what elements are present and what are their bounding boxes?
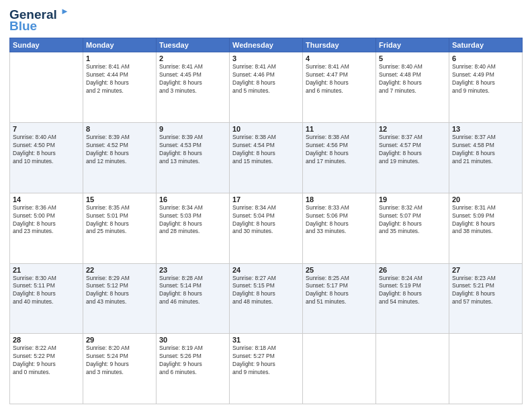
day-number: 14	[13, 195, 80, 203]
day-number: 24	[232, 266, 300, 274]
day-cell	[10, 52, 83, 123]
day-cell: 27Sunrise: 8:23 AMSunset: 5:21 PMDayligh…	[449, 263, 523, 334]
day-info: Sunrise: 8:18 AMSunset: 5:27 PMDaylight:…	[232, 345, 300, 377]
day-cell	[303, 334, 376, 404]
weekday-header-friday: Friday	[376, 38, 449, 52]
day-cell: 25Sunrise: 8:25 AMSunset: 5:17 PMDayligh…	[303, 263, 376, 334]
day-cell: 5Sunrise: 8:40 AMSunset: 4:48 PMDaylight…	[376, 52, 449, 123]
day-info: Sunrise: 8:19 AMSunset: 5:26 PMDaylight:…	[159, 345, 226, 377]
day-info: Sunrise: 8:38 AMSunset: 4:54 PMDaylight:…	[232, 134, 300, 166]
day-cell: 24Sunrise: 8:27 AMSunset: 5:15 PMDayligh…	[230, 263, 303, 334]
day-cell: 20Sunrise: 8:31 AMSunset: 5:09 PMDayligh…	[449, 193, 523, 263]
day-cell: 18Sunrise: 8:33 AMSunset: 5:06 PMDayligh…	[303, 193, 376, 263]
day-info: Sunrise: 8:41 AMSunset: 4:45 PMDaylight:…	[159, 63, 226, 95]
day-number: 18	[306, 195, 373, 203]
day-info: Sunrise: 8:22 AMSunset: 5:22 PMDaylight:…	[13, 345, 80, 377]
day-cell: 6Sunrise: 8:40 AMSunset: 4:49 PMDaylight…	[449, 52, 523, 123]
week-row-5: 28Sunrise: 8:22 AMSunset: 5:22 PMDayligh…	[10, 334, 523, 404]
day-number: 19	[379, 195, 446, 203]
day-info: Sunrise: 8:41 AMSunset: 4:47 PMDaylight:…	[306, 63, 373, 95]
day-number: 28	[13, 336, 80, 344]
day-number: 9	[159, 125, 226, 133]
calendar-table: SundayMondayTuesdayWednesdayThursdayFrid…	[9, 38, 523, 404]
weekday-header-wednesday: Wednesday	[230, 38, 303, 52]
day-cell: 21Sunrise: 8:30 AMSunset: 5:11 PMDayligh…	[10, 263, 83, 334]
weekday-header-thursday: Thursday	[303, 38, 376, 52]
day-cell: 23Sunrise: 8:28 AMSunset: 5:14 PMDayligh…	[157, 263, 230, 334]
day-number: 13	[452, 125, 519, 133]
logo: General ► Blue	[9, 7, 69, 32]
day-info: Sunrise: 8:38 AMSunset: 4:56 PMDaylight:…	[306, 134, 373, 166]
day-number: 29	[86, 336, 153, 344]
day-info: Sunrise: 8:20 AMSunset: 5:24 PMDaylight:…	[86, 345, 153, 377]
day-info: Sunrise: 8:29 AMSunset: 5:12 PMDaylight:…	[86, 275, 153, 307]
weekday-header-tuesday: Tuesday	[157, 38, 230, 52]
day-info: Sunrise: 8:31 AMSunset: 5:09 PMDaylight:…	[452, 204, 519, 236]
day-number: 8	[86, 125, 153, 133]
day-info: Sunrise: 8:34 AMSunset: 5:03 PMDaylight:…	[159, 204, 226, 236]
day-cell: 2Sunrise: 8:41 AMSunset: 4:45 PMDaylight…	[157, 52, 230, 123]
day-cell: 28Sunrise: 8:22 AMSunset: 5:22 PMDayligh…	[10, 334, 83, 404]
day-info: Sunrise: 8:28 AMSunset: 5:14 PMDaylight:…	[159, 275, 226, 307]
day-cell: 14Sunrise: 8:36 AMSunset: 5:00 PMDayligh…	[10, 193, 83, 263]
day-info: Sunrise: 8:37 AMSunset: 4:58 PMDaylight:…	[452, 134, 519, 166]
day-info: Sunrise: 8:25 AMSunset: 5:17 PMDaylight:…	[306, 275, 373, 307]
day-cell: 4Sunrise: 8:41 AMSunset: 4:47 PMDaylight…	[303, 52, 376, 123]
week-row-4: 21Sunrise: 8:30 AMSunset: 5:11 PMDayligh…	[10, 263, 523, 334]
day-cell: 12Sunrise: 8:37 AMSunset: 4:57 PMDayligh…	[376, 123, 449, 193]
day-number: 27	[452, 266, 519, 274]
weekday-header-saturday: Saturday	[449, 38, 523, 52]
day-cell: 10Sunrise: 8:38 AMSunset: 4:54 PMDayligh…	[230, 123, 303, 193]
day-cell	[376, 334, 449, 404]
day-cell: 15Sunrise: 8:35 AMSunset: 5:01 PMDayligh…	[83, 193, 157, 263]
day-number: 11	[306, 125, 373, 133]
day-number: 20	[452, 195, 519, 203]
day-info: Sunrise: 8:37 AMSunset: 4:57 PMDaylight:…	[379, 134, 446, 166]
day-info: Sunrise: 8:35 AMSunset: 5:01 PMDaylight:…	[86, 204, 153, 236]
day-number: 17	[232, 195, 300, 203]
week-row-3: 14Sunrise: 8:36 AMSunset: 5:00 PMDayligh…	[10, 193, 523, 263]
day-number: 3	[232, 54, 300, 62]
day-number: 21	[13, 266, 80, 274]
day-cell: 29Sunrise: 8:20 AMSunset: 5:24 PMDayligh…	[83, 334, 157, 404]
week-row-2: 7Sunrise: 8:40 AMSunset: 4:50 PMDaylight…	[10, 123, 523, 193]
logo-blue: Blue	[9, 19, 37, 32]
day-number: 12	[379, 125, 446, 133]
day-number: 22	[86, 266, 153, 274]
day-number: 31	[232, 336, 300, 344]
day-cell: 16Sunrise: 8:34 AMSunset: 5:03 PMDayligh…	[157, 193, 230, 263]
day-cell: 11Sunrise: 8:38 AMSunset: 4:56 PMDayligh…	[303, 123, 376, 193]
day-number: 10	[232, 125, 300, 133]
day-cell: 3Sunrise: 8:41 AMSunset: 4:46 PMDaylight…	[230, 52, 303, 123]
day-number: 16	[159, 195, 226, 203]
day-info: Sunrise: 8:33 AMSunset: 5:06 PMDaylight:…	[306, 204, 373, 236]
day-number: 5	[379, 54, 446, 62]
weekday-header-monday: Monday	[83, 38, 157, 52]
day-number: 26	[379, 266, 446, 274]
day-info: Sunrise: 8:40 AMSunset: 4:48 PMDaylight:…	[379, 63, 446, 95]
day-cell: 30Sunrise: 8:19 AMSunset: 5:26 PMDayligh…	[157, 334, 230, 404]
day-cell: 7Sunrise: 8:40 AMSunset: 4:50 PMDaylight…	[10, 123, 83, 193]
week-row-1: 1Sunrise: 8:41 AMSunset: 4:44 PMDaylight…	[10, 52, 523, 123]
day-cell: 13Sunrise: 8:37 AMSunset: 4:58 PMDayligh…	[449, 123, 523, 193]
day-number: 7	[13, 125, 80, 133]
day-info: Sunrise: 8:39 AMSunset: 4:52 PMDaylight:…	[86, 134, 153, 166]
day-info: Sunrise: 8:41 AMSunset: 4:44 PMDaylight:…	[86, 63, 153, 95]
day-info: Sunrise: 8:24 AMSunset: 5:19 PMDaylight:…	[379, 275, 446, 307]
day-info: Sunrise: 8:36 AMSunset: 5:00 PMDaylight:…	[13, 204, 80, 236]
day-info: Sunrise: 8:23 AMSunset: 5:21 PMDaylight:…	[452, 275, 519, 307]
day-number: 25	[306, 266, 373, 274]
day-info: Sunrise: 8:41 AMSunset: 4:46 PMDaylight:…	[232, 63, 300, 95]
page: General ► Blue SundayMondayTuesdayWednes…	[0, 0, 532, 411]
day-info: Sunrise: 8:27 AMSunset: 5:15 PMDaylight:…	[232, 275, 300, 307]
day-cell: 8Sunrise: 8:39 AMSunset: 4:52 PMDaylight…	[83, 123, 157, 193]
day-number: 6	[452, 54, 519, 62]
day-info: Sunrise: 8:40 AMSunset: 4:49 PMDaylight:…	[452, 63, 519, 95]
day-cell	[449, 334, 523, 404]
day-number: 23	[159, 266, 226, 274]
day-cell: 9Sunrise: 8:39 AMSunset: 4:53 PMDaylight…	[157, 123, 230, 193]
day-cell: 17Sunrise: 8:34 AMSunset: 5:04 PMDayligh…	[230, 193, 303, 263]
day-cell: 19Sunrise: 8:32 AMSunset: 5:07 PMDayligh…	[376, 193, 449, 263]
day-number: 1	[86, 54, 153, 62]
day-number: 30	[159, 336, 226, 344]
